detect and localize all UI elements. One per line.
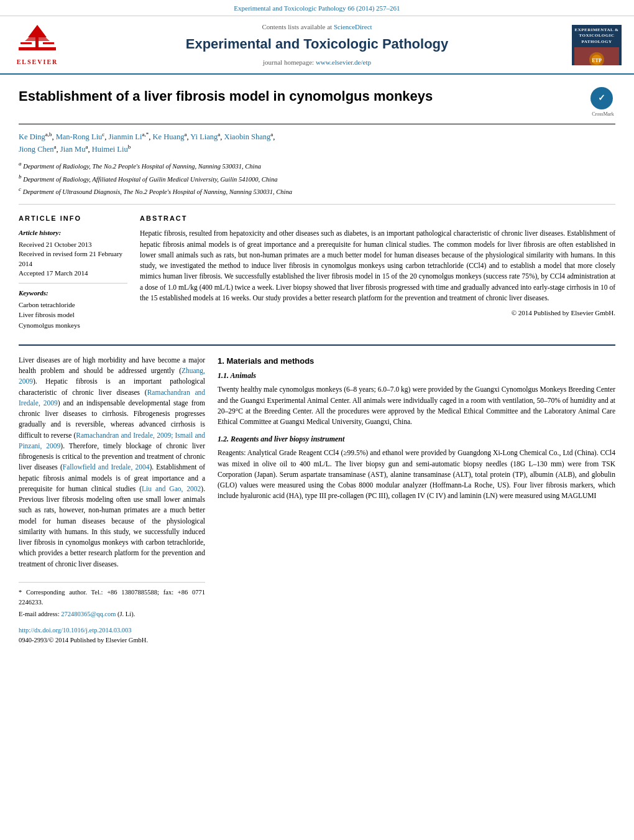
footnote-email-link[interactable]: 272480365@qq.com — [61, 611, 116, 617]
author-sup-9: b — [128, 144, 131, 150]
keyword-2: Liver fibrosis model — [19, 310, 127, 320]
author-sup-8: a — [85, 144, 88, 150]
footnote-email-label: E-mail address: — [19, 611, 60, 617]
paper-title-section: Establishment of a liver fibrosis model … — [19, 75, 615, 124]
affiliation-b-text: Department of Radiology, Affiliated Hosp… — [23, 175, 277, 182]
affiliation-c: c Department of Ultrasound Diagnosis, Th… — [19, 185, 615, 196]
elsevier-tree-icon — [16, 24, 59, 55]
homepage-line: journal homepage: www.elsevier.de/etp — [62, 58, 572, 67]
subsection2-heading: 1.2. Reagents and liver biopsy instrumen… — [218, 433, 615, 445]
animals-paragraph: Twenty healthy male cynomolgus monkeys (… — [218, 384, 615, 427]
author-jianmin-li: Jianmin Li — [109, 132, 142, 141]
svg-rect-4 — [21, 42, 32, 44]
article-info-col: ARTICLE INFO Article history: Received 2… — [19, 214, 127, 335]
author-sup-3: a,* — [142, 131, 149, 137]
journal-title: Experimental and Toxicologic Pathology — [62, 35, 572, 54]
logo-box-title: EXPERIMENTAL & TOXICOLOGIC PATHOLOGY — [574, 27, 619, 45]
author-ke-huang: Ke Huang — [152, 132, 184, 141]
footnote-email: E-mail address: 272480365@qq.com (J. Li)… — [19, 609, 205, 619]
author-sup-7: a — [54, 144, 57, 150]
author-yi-liang: Yi Liang — [190, 132, 218, 141]
author-huimei-liu: Huimei Liu — [92, 145, 128, 154]
aff-sup-b: b — [19, 173, 22, 180]
footnotes: * Corresponding author. Tel.: +86 138078… — [19, 582, 205, 619]
paper-title: Establishment of a liver fibrosis model … — [19, 87, 581, 106]
right-column: 1. Materials and methods 1.1. Animals Tw… — [218, 355, 615, 645]
authors-section: Ke Dinga,b, Man-Rong Liuc, Jianmin Lia,*… — [19, 124, 615, 204]
footnote-email-suffix: (J. Li). — [117, 611, 135, 617]
ref-fallowfield-link[interactable]: Fallowfield and Iredale, 2004 — [63, 463, 150, 471]
subsection1-heading: 1.1. Animals — [218, 370, 615, 381]
crossmark-badge: ✓ CrossMark — [590, 87, 615, 118]
ref-liu-gao-link[interactable]: Liu and Gao, 2002 — [142, 485, 201, 492]
authors-line: Ke Dinga,b, Man-Rong Liuc, Jianmin Lia,*… — [19, 131, 615, 155]
keywords-label: Keywords: — [19, 288, 127, 298]
elsevier-logo: ELSEVIER — [12, 24, 62, 67]
journal-cover-icon: ETP — [580, 48, 614, 65]
affiliation-c-text: Department of Ultrasound Diagnosis, The … — [23, 188, 292, 195]
crossmark-label: CrossMark — [590, 111, 615, 118]
aff-sup-a: a — [19, 160, 22, 167]
ref-ramachandran-1-link[interactable]: Ramachandran and Iredale, 2009 — [19, 389, 205, 407]
author-sup-1: a,b — [45, 131, 52, 137]
footnote-star-text: * Corresponding author. Tel.: +86 138078… — [19, 589, 205, 606]
svg-rect-0 — [19, 47, 56, 50]
copyright-line: © 2014 Published by Elsevier GmbH. — [140, 308, 615, 318]
journal-ref-text: Experimental and Toxicologic Pathology 6… — [234, 4, 400, 12]
info-divider — [19, 283, 127, 284]
journal-header: ELSEVIER Contents lists available at Sci… — [0, 16, 634, 75]
accepted-date: Accepted 17 March 2014 — [19, 269, 127, 278]
main-content: Liver diseases are of high morbidity and… — [19, 344, 615, 655]
author-man-rong-liu: Man-Rong Liu — [56, 132, 103, 141]
revised-date: Received in revised form 21 February 201… — [19, 249, 127, 269]
homepage-label: journal homepage: — [263, 58, 314, 66]
ref-zhuang-link[interactable]: Zhuang, 2009 — [19, 367, 205, 385]
author-jiong-chen: Jiong Chen — [19, 145, 54, 154]
left-column: Liver diseases are of high morbidity and… — [19, 355, 205, 645]
author-jian-mu: Jian Mu — [60, 145, 86, 154]
issn-text: 0940-2993/© 2014 Published by Elsevier G… — [19, 637, 148, 644]
footnote-star: * Corresponding author. Tel.: +86 138078… — [19, 588, 205, 607]
author-sup-6: a — [270, 131, 273, 137]
section1-heading: 1. Materials and methods — [218, 355, 615, 367]
keywords-content: Carbon tetrachloride Liver fibrosis mode… — [19, 300, 127, 330]
abstract-text: Hepatic fibrosis, resulted from hepatoxi… — [140, 228, 615, 303]
keyword-1: Carbon tetrachloride — [19, 300, 127, 310]
article-history-label: Article history: — [19, 228, 127, 238]
author-sup-2: c — [102, 131, 104, 137]
article-history-content: Received 21 October 2013 Received in rev… — [19, 240, 127, 279]
elsevier-wordmark: ELSEVIER — [17, 58, 58, 67]
aff-sup-c: c — [19, 186, 21, 192]
article-info-abstract-section: ARTICLE INFO Article history: Received 2… — [19, 204, 615, 344]
author-xiaobin-shang: Xiaobin Shang — [224, 132, 271, 141]
article-info-header: ARTICLE INFO — [19, 214, 127, 223]
crossmark-icon: ✓ — [590, 87, 613, 109]
svg-rect-5 — [43, 42, 54, 44]
svg-text:ETP: ETP — [592, 58, 602, 63]
doi-link[interactable]: http://dx.doi.org/10.1016/j.etp.2014.03.… — [19, 627, 132, 634]
journal-center-header: Contents lists available at ScienceDirec… — [62, 22, 572, 67]
affiliation-a: a Department of Radiology, The No.2 Peop… — [19, 160, 615, 171]
keyword-3: Cynomolgus monkeys — [19, 321, 127, 330]
affiliation-b: b Department of Radiology, Affiliated Ho… — [19, 173, 615, 184]
sciencedirect-link[interactable]: ScienceDirect — [334, 23, 372, 30]
intro-paragraph: Liver diseases are of high morbidity and… — [19, 355, 205, 570]
contents-line: Contents lists available at ScienceDirec… — [62, 22, 572, 32]
homepage-link[interactable]: www.elsevier.de/etp — [316, 58, 371, 66]
author-sup-4: a — [184, 131, 186, 137]
journal-logo-box: EXPERIMENTAL & TOXICOLOGIC PATHOLOGY ETP — [572, 25, 622, 65]
received-date: Received 21 October 2013 — [19, 240, 127, 249]
paper-body: Establishment of a liver fibrosis model … — [0, 75, 634, 655]
contents-label: Contents lists available at — [262, 23, 332, 30]
reagents-paragraph: Reagents: Analytical Grade Reagent CCl4 … — [218, 448, 615, 501]
author-sup-5: a — [218, 131, 220, 137]
affiliation-a-text: Department of Radiology, The No.2 People… — [23, 163, 261, 170]
svg-marker-3 — [25, 30, 50, 41]
author-ke-ding: Ke Ding — [19, 132, 45, 141]
doi-section: http://dx.doi.org/10.1016/j.etp.2014.03.… — [19, 625, 205, 645]
affiliations-section: a Department of Radiology, The No.2 Peop… — [19, 160, 615, 196]
journal-reference: Experimental and Toxicologic Pathology 6… — [0, 0, 634, 16]
abstract-col: ABSTRACT Hepatic fibrosis, resulted from… — [140, 214, 615, 335]
ref-ramachandran-2-link[interactable]: Ramachandran and Iredale, 2009; Ismail a… — [19, 432, 205, 450]
abstract-header: ABSTRACT — [140, 214, 615, 223]
